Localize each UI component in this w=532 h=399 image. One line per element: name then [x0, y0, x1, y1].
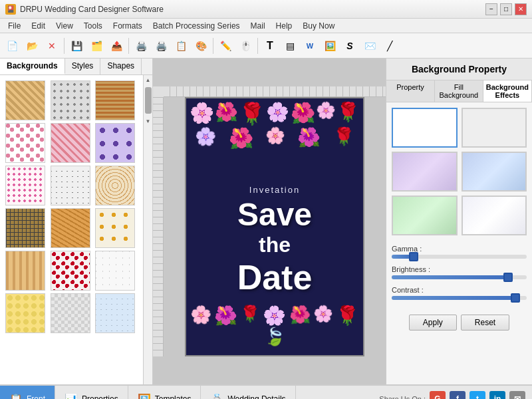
tb-design[interactable]: 🎨: [192, 37, 210, 55]
tab-templates[interactable]: 🖼️ Templates: [128, 386, 201, 399]
bg-item-13[interactable]: [5, 251, 45, 291]
tab-front[interactable]: 📋 Front: [0, 386, 55, 399]
bg-item-14[interactable]: [51, 251, 90, 291]
tb-print2[interactable]: 🖨️: [152, 37, 170, 55]
scroll-up[interactable]: ▲: [144, 75, 153, 84]
effects-grid: [386, 102, 532, 241]
the-label: the: [186, 233, 363, 257]
tb-export[interactable]: 📤: [107, 37, 126, 55]
menu-tools[interactable]: Tools: [78, 20, 108, 32]
share-google[interactable]: G: [430, 391, 446, 399]
scroll-thumb[interactable]: [145, 87, 152, 114]
tb-print[interactable]: 🖨️: [132, 37, 150, 55]
tab-background-effects[interactable]: Background Effects: [483, 80, 532, 102]
canvas-inner: 🌸 🌺 🌹 🌸 🌺 🌸 🌹 🌸 🌺 🌸 🌺: [153, 86, 386, 356]
menu-buynow[interactable]: Buy Now: [297, 20, 340, 32]
effect-green[interactable]: [392, 196, 458, 235]
menu-batch[interactable]: Batch Processing Series: [148, 20, 245, 32]
tab-styles[interactable]: Styles: [65, 59, 101, 74]
card-canvas[interactable]: 🌸 🌺 🌹 🌸 🌺 🌸 🌹 🌸 🌺 🌸 🌺: [185, 97, 364, 356]
app-title: DRPU Wedding Card Designer Software: [20, 5, 164, 14]
menu-mail[interactable]: Mail: [245, 20, 271, 32]
flowers-top: 🌸 🌺 🌹 🌸 🌺 🌸 🌹 🌸 🌺 🌸 🌺: [186, 98, 363, 178]
maximize-button[interactable]: □: [500, 3, 512, 15]
tab-wedding-details[interactable]: 💍 Wedding Details: [201, 386, 295, 399]
bg-item-5[interactable]: [51, 123, 90, 163]
menu-edit[interactable]: Edit: [26, 20, 51, 32]
menu-help[interactable]: Help: [271, 20, 298, 32]
tab-fill-background[interactable]: Fill Background: [435, 80, 483, 102]
tb-save-all[interactable]: 🗂️: [87, 37, 106, 55]
effect-none[interactable]: [392, 108, 458, 148]
bg-item-11[interactable]: [51, 208, 90, 248]
menu-view[interactable]: View: [51, 20, 78, 32]
tab-properties[interactable]: 📊 Properties: [55, 386, 128, 399]
bg-item-3[interactable]: [95, 80, 135, 120]
gamma-track[interactable]: [392, 255, 527, 259]
ruler-vertical: [153, 97, 164, 356]
tb-text[interactable]: T: [261, 37, 279, 55]
minimize-button[interactable]: −: [485, 3, 497, 15]
tb-email[interactable]: ✉️: [360, 37, 379, 55]
tb-new[interactable]: 📄: [3, 37, 21, 55]
bg-item-2[interactable]: [51, 80, 90, 120]
bg-item-8[interactable]: [51, 166, 90, 205]
share-email[interactable]: ✉: [509, 391, 525, 399]
tab-shapes[interactable]: Shapes: [100, 59, 142, 74]
tb-batch[interactable]: 📋: [172, 37, 190, 55]
share-facebook[interactable]: f: [450, 391, 466, 399]
backgrounds-wrapper: ▲ ▼: [0, 75, 152, 384]
gamma-thumb[interactable]: [409, 252, 418, 261]
tb-word[interactable]: W: [301, 37, 319, 55]
scroll-bar[interactable]: ▲ ▼: [143, 75, 152, 384]
effect-white[interactable]: [462, 196, 527, 235]
ruler-horizontal: [164, 86, 386, 97]
tb-close[interactable]: ✕: [43, 37, 61, 55]
close-button[interactable]: ✕: [515, 3, 527, 15]
tb-line[interactable]: ╱: [380, 37, 399, 55]
date-label: Date: [186, 257, 363, 297]
tb-letter[interactable]: S: [340, 37, 359, 55]
contrast-thumb[interactable]: [511, 293, 520, 303]
tab-backgrounds[interactable]: Backgrounds: [0, 59, 65, 74]
wedding-details-icon: 💍: [210, 393, 223, 400]
brightness-slider-container: [392, 275, 527, 279]
menu-file[interactable]: File: [3, 20, 26, 32]
share-twitter[interactable]: t: [469, 391, 485, 399]
bg-item-4[interactable]: [5, 123, 45, 163]
tb-open[interactable]: 📂: [23, 37, 41, 55]
scroll-down[interactable]: ▼: [144, 116, 153, 126]
share-linkedin[interactable]: in: [489, 391, 505, 399]
invitation-label: Invetation: [186, 185, 363, 195]
tab-property[interactable]: Property: [386, 80, 435, 102]
bg-item-18[interactable]: [95, 293, 135, 333]
tb-draw[interactable]: ✏️: [216, 37, 235, 55]
title-bar: 🎴 DRPU Wedding Card Designer Software − …: [0, 0, 532, 19]
effect-blue[interactable]: [462, 152, 527, 192]
bg-item-6[interactable]: [95, 123, 135, 163]
bg-item-16[interactable]: [5, 293, 45, 333]
tb-cursor[interactable]: 🖱️: [236, 37, 255, 55]
brightness-thumb[interactable]: [503, 273, 513, 282]
front-icon: 📋: [9, 393, 23, 400]
bg-item-7[interactable]: [5, 166, 45, 205]
bg-item-9[interactable]: [95, 166, 135, 205]
effect-lavender[interactable]: [392, 152, 458, 192]
bg-item-12[interactable]: [95, 208, 135, 248]
bg-item-10[interactable]: [5, 208, 45, 248]
tb-barcode[interactable]: ▤: [281, 37, 299, 55]
bg-item-15[interactable]: [95, 251, 135, 291]
effect-item-2[interactable]: [462, 108, 527, 148]
bg-item-1[interactable]: [5, 80, 45, 120]
apply-button[interactable]: Apply: [409, 315, 457, 331]
background-grid: [0, 75, 143, 338]
reset-button[interactable]: Reset: [461, 315, 509, 331]
brightness-track[interactable]: [392, 275, 527, 279]
contrast-track[interactable]: [392, 296, 527, 300]
properties-label: Properties: [82, 394, 118, 399]
menu-formats[interactable]: Formats: [108, 20, 148, 32]
contrast-fill: [392, 296, 513, 300]
bg-item-17[interactable]: [51, 293, 90, 333]
tb-save[interactable]: 💾: [67, 37, 86, 55]
tb-image[interactable]: 🖼️: [321, 37, 339, 55]
